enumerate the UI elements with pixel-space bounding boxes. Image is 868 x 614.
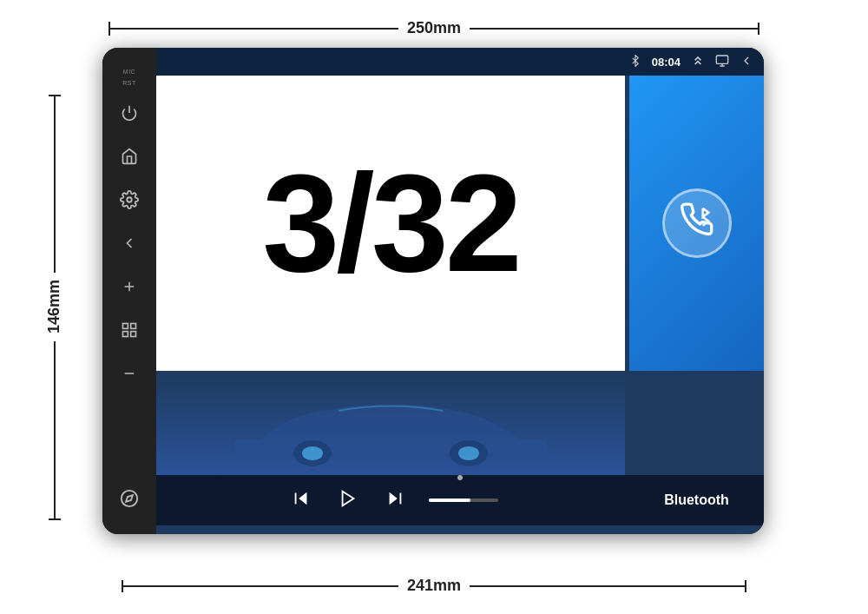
settings-button[interactable] [113,183,146,216]
media-bar [156,475,629,525]
mic-label: MIC [123,69,135,75]
left-dimension: 146mm [45,95,63,520]
top-dimension-label: 250mm [398,19,470,37]
car-svg [217,380,564,466]
device-sidebar: MIC RST [102,48,156,534]
diagram-container: 250mm 146mm MIC RST [0,0,868,614]
svg-rect-6 [123,332,128,337]
svg-point-1 [127,197,132,202]
screen-content: 3/32 [156,76,764,534]
top-dim-line-right [470,28,758,30]
dot-indicator [457,475,463,480]
car-background [156,371,625,475]
svg-marker-10 [126,495,133,502]
media-progress-bar [429,498,498,502]
prev-button[interactable] [288,485,314,516]
status-bar: 08:04 [156,48,764,76]
svg-marker-18 [299,492,306,505]
home-button[interactable] [113,140,146,173]
device-screen: 08:04 [156,48,764,534]
bluetooth-text: Bluetooth [664,492,729,508]
ram-display: 3/32 [262,154,518,293]
status-time: 08:04 [652,56,681,69]
chevron-up-icon [691,54,705,70]
next-button[interactable] [382,485,408,516]
bottom-dim-line-left [123,585,398,587]
top-dimension: 250mm [108,19,760,37]
vol-up-button[interactable] [113,270,146,303]
svg-rect-7 [131,332,136,337]
rst-label: RST [122,80,136,86]
phone-icon [680,202,714,245]
bluetooth-status-icon [629,55,641,69]
bottom-dimension: 241mm [122,577,746,595]
svg-rect-5 [131,324,136,329]
svg-point-17 [458,446,479,460]
left-dimension-label: 146mm [45,273,63,340]
vol-down-button[interactable] [113,357,146,390]
svg-point-9 [122,491,137,506]
svg-marker-21 [389,492,397,505]
svg-marker-20 [342,491,353,505]
ram-overlay: 3/32 [156,76,625,371]
car-radio-device: MIC RST [102,48,764,534]
power-button[interactable] [113,96,146,129]
apps-button[interactable] [113,314,146,347]
window-icon [715,54,729,70]
dot-1 [457,475,463,480]
top-dim-line [110,28,398,30]
bluetooth-label: Bluetooth [629,475,764,525]
media-progress-fill [429,498,470,502]
phone-widget[interactable] [629,76,764,371]
bottom-dimension-label: 241mm [398,577,470,595]
back-status-icon [740,54,753,70]
svg-point-16 [302,446,323,460]
svg-rect-11 [716,56,727,63]
left-dim-line [54,96,56,274]
phone-icon-circle [662,188,732,258]
play-button[interactable] [335,485,361,516]
svg-rect-4 [123,324,128,329]
left-dim-line-bottom [54,341,56,518]
back-button[interactable] [113,227,146,260]
nav-button[interactable] [113,482,146,515]
bottom-dim-line-right [470,585,745,587]
